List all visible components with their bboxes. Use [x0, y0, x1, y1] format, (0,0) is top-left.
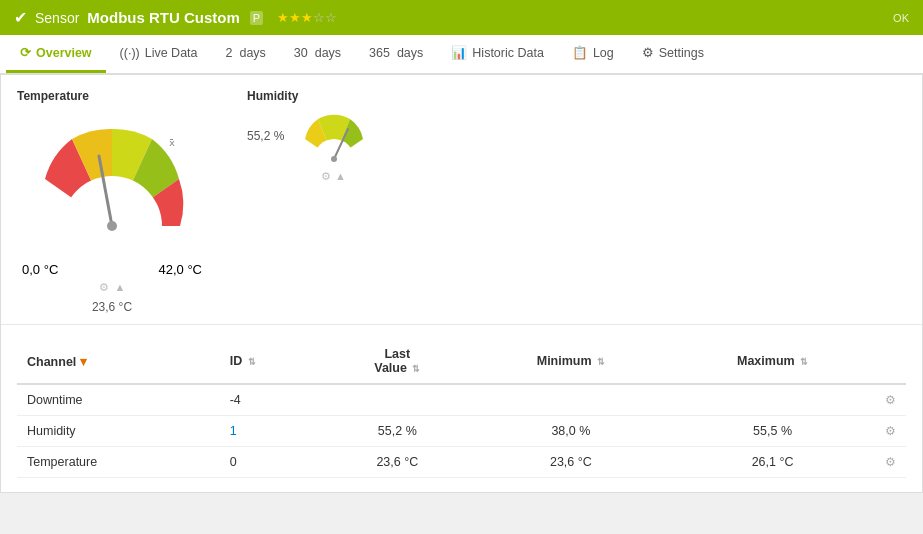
- rating-stars[interactable]: ★★★☆☆: [277, 10, 337, 25]
- temperature-gauge-labels: 0,0 °C 42,0 °C: [22, 262, 202, 277]
- temperature-max-label: 42,0 °C: [158, 262, 202, 277]
- tab-settings[interactable]: ⚙ Settings: [628, 35, 718, 73]
- tab-30-days[interactable]: 30 days: [280, 36, 355, 73]
- cell-channel: Downtime: [17, 384, 220, 416]
- stars-empty: ☆☆: [313, 10, 337, 25]
- table-header-row: Channel ▾ ID ⇅ LastValue ⇅ Minimum ⇅ Max…: [17, 339, 906, 384]
- temperature-current-value: 23,6 °C: [92, 300, 132, 314]
- col-last-value[interactable]: LastValue ⇅: [323, 339, 472, 384]
- svg-text:x̄: x̄: [169, 137, 175, 148]
- cell-minimum: 23,6 °C: [472, 447, 671, 478]
- status-check-icon: ✔: [14, 8, 27, 27]
- tab-live-data[interactable]: ((·)) Live Data: [106, 36, 212, 73]
- tab-365-days[interactable]: 365 days: [355, 36, 437, 73]
- overview-icon: ⟳: [20, 45, 31, 60]
- col-id[interactable]: ID ⇅: [220, 339, 323, 384]
- cell-channel: Temperature: [17, 447, 220, 478]
- cell-last-value: [323, 384, 472, 416]
- humidity-gauge-svg: [298, 111, 370, 167]
- humidity-row: 55,2 % ⚙ ▲: [247, 111, 368, 161]
- tab-2-days-label: 2 days: [226, 46, 266, 60]
- col-channel[interactable]: Channel ▾: [17, 339, 220, 384]
- device-name: Modbus RTU Custom: [87, 9, 239, 26]
- tab-historic[interactable]: 📊 Historic Data: [437, 35, 558, 73]
- table-row: Temperature 0 23,6 °C 23,6 °C 26,1 °C ⚙: [17, 447, 906, 478]
- live-data-icon: ((·)): [120, 46, 140, 60]
- humidity-value: 55,2 %: [247, 129, 284, 143]
- humidity-small-gauge: ⚙ ▲: [298, 111, 368, 161]
- cell-action[interactable]: ⚙: [875, 384, 906, 416]
- table-section: Channel ▾ ID ⇅ LastValue ⇅ Minimum ⇅ Max…: [1, 325, 922, 492]
- cell-action[interactable]: ⚙: [875, 416, 906, 447]
- temperature-gauge-icons[interactable]: ⚙ ▲: [99, 281, 126, 294]
- humidity-title: Humidity: [247, 89, 298, 103]
- tab-settings-label: Settings: [659, 46, 704, 60]
- tab-historic-label: Historic Data: [472, 46, 544, 60]
- cell-minimum: [472, 384, 671, 416]
- temperature-title: Temperature: [17, 89, 89, 103]
- tab-overview-label: Overview: [36, 46, 92, 60]
- humidity-settings-icon[interactable]: ⚙: [321, 170, 331, 183]
- table-row: Humidity 1 55,2 % 38,0 % 55,5 % ⚙: [17, 416, 906, 447]
- cell-maximum: [670, 384, 875, 416]
- humidity-gauge-icons[interactable]: ⚙ ▲: [298, 170, 368, 183]
- cell-id: -4: [220, 384, 323, 416]
- stars-filled: ★★★: [277, 10, 313, 25]
- main-content: Temperature: [0, 74, 923, 493]
- temperature-gauge-section: Temperature: [17, 89, 207, 314]
- svg-point-7: [331, 156, 337, 162]
- row-action-icon[interactable]: ⚙: [885, 424, 896, 438]
- cell-id[interactable]: 1: [220, 416, 323, 447]
- humidity-gauge-section: Humidity 55,2 % ⚙: [247, 89, 368, 161]
- temperature-pin-icon[interactable]: ▲: [115, 281, 126, 294]
- tab-365-days-label: 365 days: [369, 46, 423, 60]
- tab-log-label: Log: [593, 46, 614, 60]
- tab-live-data-label: Live Data: [145, 46, 198, 60]
- flag-badge: P: [250, 11, 263, 25]
- row-action-icon[interactable]: ⚙: [885, 455, 896, 469]
- cell-id: 0: [220, 447, 323, 478]
- cell-last-value: 23,6 °C: [323, 447, 472, 478]
- log-icon: 📋: [572, 45, 588, 60]
- cell-action[interactable]: ⚙: [875, 447, 906, 478]
- col-maximum[interactable]: Maximum ⇅: [670, 339, 875, 384]
- table-row: Downtime -4 ⚙: [17, 384, 906, 416]
- cell-maximum: 55,5 %: [670, 416, 875, 447]
- cell-maximum: 26,1 °C: [670, 447, 875, 478]
- tab-log[interactable]: 📋 Log: [558, 35, 628, 73]
- col-actions: [875, 339, 906, 384]
- tab-bar: ⟳ Overview ((·)) Live Data 2 days 30 day…: [0, 35, 923, 74]
- id-sort-icon: ⇅: [248, 357, 256, 367]
- temperature-settings-icon[interactable]: ⚙: [99, 281, 109, 294]
- cell-channel: Humidity: [17, 416, 220, 447]
- historic-icon: 📊: [451, 45, 467, 60]
- humidity-pin-icon[interactable]: ▲: [335, 170, 346, 183]
- settings-icon: ⚙: [642, 45, 654, 60]
- sensor-label: Sensor: [35, 10, 79, 26]
- overview-panel: Temperature: [1, 75, 922, 325]
- col-minimum[interactable]: Minimum ⇅: [472, 339, 671, 384]
- temperature-gauge-svg: x̄: [17, 111, 207, 251]
- last-value-sort-icon: ⇅: [412, 364, 420, 374]
- tab-30-days-label: 30 days: [294, 46, 341, 60]
- header: ✔ Sensor Modbus RTU Custom P ★★★☆☆ OK: [0, 0, 923, 35]
- cell-last-value: 55,2 %: [323, 416, 472, 447]
- tab-overview[interactable]: ⟳ Overview: [6, 35, 106, 73]
- row-action-icon[interactable]: ⚙: [885, 393, 896, 407]
- svg-point-3: [107, 221, 117, 231]
- channel-sort-icon: ▾: [80, 355, 87, 369]
- minimum-sort-icon: ⇅: [597, 357, 605, 367]
- tab-2-days[interactable]: 2 days: [212, 36, 280, 73]
- channels-table: Channel ▾ ID ⇅ LastValue ⇅ Minimum ⇅ Max…: [17, 339, 906, 478]
- temperature-min-label: 0,0 °C: [22, 262, 58, 277]
- status-ok-label: OK: [893, 12, 909, 24]
- cell-minimum: 38,0 %: [472, 416, 671, 447]
- maximum-sort-icon: ⇅: [800, 357, 808, 367]
